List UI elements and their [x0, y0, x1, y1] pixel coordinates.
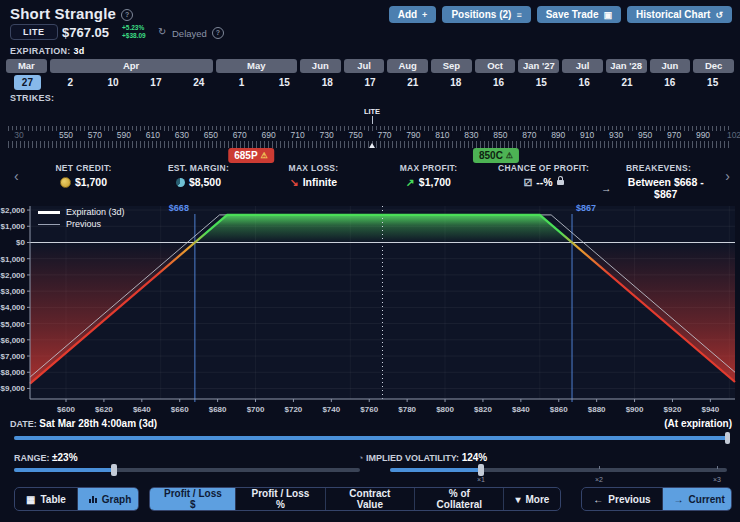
month-jul[interactable]: Jul [562, 59, 603, 73]
date-cell-27[interactable]: 27 [6, 75, 49, 91]
date-cell-18[interactable]: 18 [434, 75, 477, 91]
date-cell-24[interactable]: 24 [177, 75, 220, 91]
stat-value: $1,700 [26, 176, 141, 188]
date-cell-16[interactable]: 16 [563, 75, 606, 91]
stat-label: MAX LOSS: [256, 163, 371, 173]
strike-label-610: 610 [144, 130, 162, 140]
stats-scroll-left-icon[interactable]: ‹ [14, 168, 19, 184]
iv-tick-mark [717, 466, 718, 469]
positions-2--button[interactable]: Positions (2)≡ [442, 6, 530, 23]
stat-label: BREAKEVENS: [601, 163, 716, 173]
month-jan27[interactable]: Jan '27 [518, 59, 559, 73]
profit-arrow-icon: ↗ [406, 176, 415, 188]
month-jun[interactable]: Jun [650, 59, 691, 73]
stat-max-loss: MAX LOSS:↘Infinite [256, 163, 371, 200]
plus-icon: + [422, 10, 427, 20]
svg-text:$660: $660 [171, 405, 189, 414]
svg-text:$620: $620 [95, 405, 113, 414]
date-label: DATE: Sat Mar 28th 4:00am (3d) [10, 418, 157, 429]
month-aug[interactable]: Aug [387, 59, 428, 73]
current-price-pointer-icon [369, 143, 375, 148]
date-cell-16[interactable]: 16 [648, 75, 691, 91]
svg-text:$880: $880 [588, 405, 606, 414]
stat-breakevens: BREAKEVENS:→Between $668 - $867 [601, 163, 716, 200]
strike-label-970: 970 [665, 130, 683, 140]
strike-label-730: 730 [317, 130, 335, 140]
range-slider-handle[interactable] [111, 464, 117, 476]
date-slider[interactable] [14, 436, 730, 440]
call-strike-badge[interactable]: 850C⚠ [473, 148, 519, 163]
date-cell-15[interactable]: 15 [263, 75, 306, 91]
strikes-label: STRIKES: [10, 93, 54, 103]
delayed-info-icon[interactable]: ? [212, 27, 224, 39]
svg-text:-$7,000: -$7,000 [0, 352, 26, 361]
right-arrow-icon: → [601, 182, 612, 194]
svg-text:$2,000: $2,000 [1, 206, 26, 215]
svg-text:$900: $900 [626, 405, 644, 414]
coins-icon [60, 177, 71, 188]
table-button[interactable]: ▦Table [15, 488, 78, 510]
month-jun[interactable]: Jun [300, 59, 341, 73]
more-button[interactable]: ▾More [504, 488, 560, 510]
strike-label-890: 890 [549, 130, 567, 140]
svg-text:$1,000: $1,000 [1, 222, 26, 231]
date-cell-1[interactable]: 1 [220, 75, 263, 91]
left-arrow-icon: ← [593, 494, 603, 505]
date-cell-17[interactable]: 17 [134, 75, 177, 91]
date-cell-17[interactable]: 17 [349, 75, 392, 91]
date-cell-21[interactable]: 21 [606, 75, 649, 91]
contract-value-button[interactable]: Contract Value [326, 488, 416, 510]
iv-label: ◔ IMPLIED VOLATILITY: 124% [358, 452, 487, 463]
put-strike-badge[interactable]: 685P⚠ [228, 148, 274, 163]
month-may[interactable]: May [216, 59, 297, 73]
date-cell-2[interactable]: 2 [49, 75, 92, 91]
payoff-chart: $668$867$2,000$1,000$0-$1,000-$2,000-$3,… [0, 196, 740, 418]
date-cell-10[interactable]: 10 [92, 75, 135, 91]
stats-scroll-right-icon[interactable]: › [725, 168, 730, 184]
save-trade-button[interactable]: Save Trade▣ [537, 6, 621, 23]
mode-selector[interactable]: LITE [10, 24, 58, 40]
underlying-price: $767.05 [62, 25, 109, 40]
iv-slider-handle[interactable] [478, 464, 484, 476]
date-cell-21[interactable]: 21 [391, 75, 434, 91]
strike-label-650: 650 [202, 130, 220, 140]
strike-label-850: 850 [491, 130, 509, 140]
expiration-months-row: MarAprMayJunJulAugSepOctJan '27JulJan '2… [6, 59, 734, 73]
month-jan28[interactable]: Jan '28 [606, 59, 647, 73]
add-button[interactable]: Add+ [389, 6, 437, 23]
profit-loss-button[interactable]: Profit / Loss $ [150, 488, 236, 510]
month-apr[interactable]: Apr [50, 59, 213, 73]
month-dec[interactable]: Dec [693, 59, 734, 73]
current-button[interactable]: →Current [663, 488, 732, 510]
date-slider-handle[interactable] [725, 432, 730, 444]
svg-text:-$4,000: -$4,000 [0, 303, 26, 312]
date-cell-15[interactable]: 15 [520, 75, 563, 91]
strike-label-930: 930 [607, 130, 625, 140]
previous-button[interactable]: ←Previous [582, 488, 662, 510]
historical-chart-button[interactable]: Historical Chart↺ [627, 6, 732, 23]
title-info-icon[interactable]: ? [121, 9, 133, 21]
range-slider[interactable] [14, 468, 360, 472]
month-sep[interactable]: Sep [431, 59, 472, 73]
month-oct[interactable]: Oct [475, 59, 516, 73]
svg-text:-$8,000: -$8,000 [0, 368, 26, 377]
date-cell-16[interactable]: 16 [477, 75, 520, 91]
month-jul[interactable]: Jul [344, 59, 385, 73]
save-icon: ▣ [603, 10, 612, 20]
warning-icon: ⚠ [261, 151, 268, 160]
svg-text:$920: $920 [664, 405, 682, 414]
stat-label: EST. MARGIN: [141, 163, 256, 173]
date-cell-15[interactable]: 15 [691, 75, 734, 91]
strike-label-790: 790 [404, 130, 422, 140]
refresh-icon[interactable]: ↻ [158, 26, 166, 37]
date-cell-18[interactable]: 18 [306, 75, 349, 91]
expiration-label: EXPIRATION: 3d [10, 46, 85, 56]
profit-loss-button[interactable]: Profit / Loss % [236, 488, 325, 510]
month-mar[interactable]: Mar [6, 59, 47, 73]
svg-text:-$5,000: -$5,000 [0, 320, 26, 329]
strike-label-950: 950 [636, 130, 654, 140]
graph-button[interactable]: Graph [78, 488, 140, 510]
of-collateral-button[interactable]: % of Collateral [415, 488, 504, 510]
iv-slider[interactable]: ×1×2×3 [390, 468, 727, 472]
svg-text:-$6,000: -$6,000 [0, 336, 26, 345]
